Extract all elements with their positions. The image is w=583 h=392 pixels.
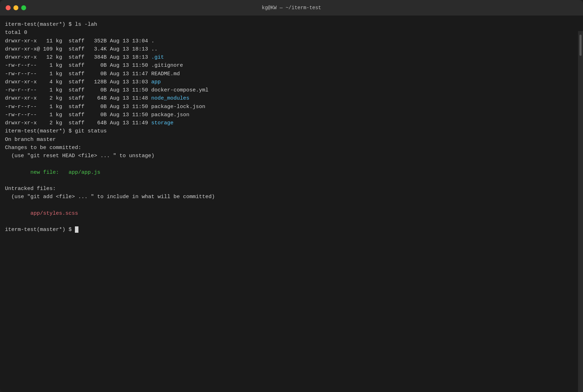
git-new-file: new file: app/app.js (5, 168, 576, 177)
ls-row: -rw-r--r-- 1 kg staff 0B Aug 13 11:50 do… (5, 86, 576, 94)
ls-row: drwxr-xr-x 12 kg staff 384B Aug 13 18:13… (5, 53, 576, 61)
prompt-line: iterm-test(master*) $ ls -lah (5, 20, 576, 29)
prompt-line: iterm-test(master*) $ git status (5, 127, 576, 135)
output-line: (use "git reset HEAD <file> ... " to uns… (5, 152, 576, 160)
traffic-lights (6, 5, 26, 10)
close-button[interactable] (6, 5, 11, 10)
ls-row: drwxr-xr-x 2 kg staff 64B Aug 13 11:49 s… (5, 119, 576, 127)
terminal-body[interactable]: iterm-test(master*) $ ls -lah total 0 dr… (0, 16, 583, 392)
output-line: Untracked files: (5, 185, 576, 193)
ls-row: -rw-r--r-- 1 kg staff 0B Aug 13 11:50 .g… (5, 61, 576, 70)
terminal-window: kg@KW — ~/iterm-test iterm-test(master*)… (0, 0, 583, 392)
scrollbar-thumb[interactable] (579, 35, 582, 56)
blank-line (5, 160, 576, 168)
ls-row: -rw-r--r-- 1 kg staff 0B Aug 13 11:47 RE… (5, 70, 576, 78)
output-line: (use "git add <file> ... " to include in… (5, 193, 576, 201)
blank-line (5, 218, 576, 226)
blank-line (5, 201, 576, 209)
ls-row: drwxr-xr-x 2 kg staff 64B Aug 13 11:48 n… (5, 94, 576, 102)
git-untracked-file: app/styles.scss (5, 209, 576, 218)
output-line: Changes to be committed: (5, 144, 576, 152)
scrollbar[interactable] (578, 31, 583, 392)
maximize-button[interactable] (21, 5, 26, 10)
blank-line (5, 177, 576, 185)
minimize-button[interactable] (13, 5, 18, 10)
titlebar: kg@KW — ~/iterm-test (0, 0, 583, 16)
ls-row: -rw-r--r-- 1 kg staff 0B Aug 13 11:50 pa… (5, 111, 576, 119)
ls-row: drwxr-xr-x 11 kg staff 352B Aug 13 13:04… (5, 37, 576, 45)
ls-row: -rw-r--r-- 1 kg staff 0B Aug 13 11:50 pa… (5, 103, 576, 111)
output-line: On branch master (5, 136, 576, 144)
prompt-cursor-line[interactable]: iterm-test(master*) $ (5, 226, 576, 234)
output-line: total 0 (5, 29, 576, 37)
window-title: kg@KW — ~/iterm-test (262, 5, 321, 11)
ls-row: drwxr-xr-x 4 kg staff 128B Aug 13 13:03 … (5, 78, 576, 86)
terminal-cursor (75, 226, 78, 233)
ls-row: drwxr-xr-x@ 109 kg staff 3.4K Aug 13 18:… (5, 45, 576, 53)
